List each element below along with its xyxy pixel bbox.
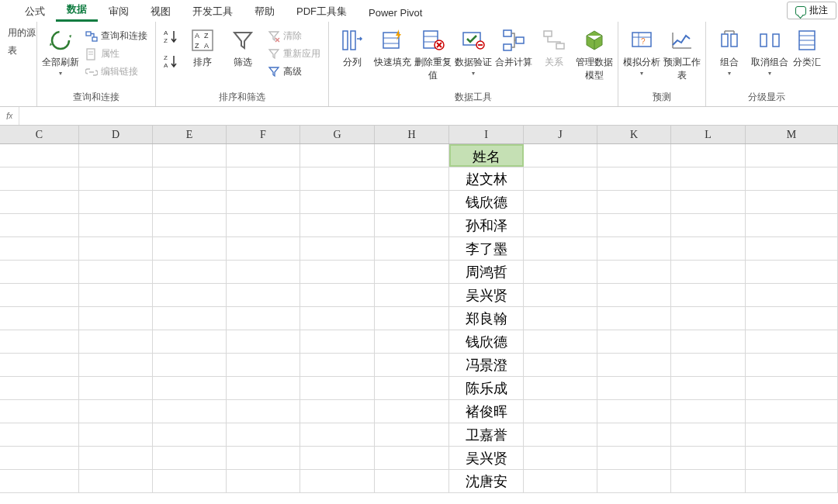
- cell[interactable]: [746, 284, 838, 306]
- cell[interactable]: [524, 423, 597, 446]
- cell[interactable]: [153, 261, 227, 283]
- cell[interactable]: [524, 354, 597, 376]
- tab-review[interactable]: 审阅: [98, 2, 140, 22]
- cell[interactable]: [746, 144, 838, 167]
- cell[interactable]: [153, 307, 227, 330]
- cell[interactable]: [375, 400, 449, 423]
- col-header[interactable]: H: [375, 126, 449, 143]
- flash-fill-button[interactable]: 快速填充: [374, 25, 411, 71]
- cell[interactable]: [0, 423, 79, 446]
- data-model-button[interactable]: 管理数据模型: [576, 25, 613, 84]
- col-header[interactable]: J: [524, 126, 597, 143]
- cell[interactable]: [300, 284, 375, 306]
- cell[interactable]: [227, 237, 300, 260]
- cell[interactable]: [671, 400, 746, 423]
- cell[interactable]: [0, 330, 79, 353]
- text-to-columns-button[interactable]: 分列: [334, 25, 371, 71]
- sort-desc-icon[interactable]: ZA: [162, 53, 179, 70]
- cell[interactable]: [671, 284, 746, 306]
- cell[interactable]: 陈乐成: [449, 377, 524, 399]
- cell[interactable]: [671, 307, 746, 330]
- cell[interactable]: [375, 144, 449, 167]
- cell[interactable]: [227, 307, 300, 330]
- cell[interactable]: [375, 191, 449, 213]
- cell[interactable]: [227, 470, 300, 492]
- cell[interactable]: [671, 330, 746, 353]
- tab-view[interactable]: 视图: [140, 2, 182, 22]
- cell[interactable]: 吴兴贤: [449, 284, 524, 306]
- cell[interactable]: [79, 377, 153, 399]
- cell[interactable]: [671, 214, 746, 236]
- cell[interactable]: [0, 237, 79, 260]
- tab-formulas[interactable]: 公式: [14, 2, 56, 22]
- cell[interactable]: [153, 214, 227, 236]
- cell[interactable]: [597, 354, 671, 376]
- cell[interactable]: [227, 191, 300, 213]
- cell[interactable]: [746, 330, 838, 353]
- group-button[interactable]: 组合 ▾: [711, 25, 748, 78]
- cell[interactable]: [300, 377, 375, 399]
- cell[interactable]: [671, 447, 746, 469]
- cell[interactable]: [0, 447, 79, 469]
- spreadsheet-grid[interactable]: C D E F G H I J K L M 姓名赵文林钱欣德孙和泽李了墨周鸿哲吴…: [0, 126, 838, 493]
- cell[interactable]: [375, 354, 449, 376]
- cell[interactable]: [227, 377, 300, 399]
- cell[interactable]: [153, 423, 227, 446]
- cell[interactable]: [227, 354, 300, 376]
- cell[interactable]: [746, 307, 838, 330]
- cell[interactable]: [300, 354, 375, 376]
- cell[interactable]: 钱欣德: [449, 191, 524, 213]
- table-button[interactable]: 表: [5, 43, 39, 59]
- cell[interactable]: [153, 237, 227, 260]
- cell[interactable]: 姓名: [449, 144, 524, 167]
- cell[interactable]: [524, 470, 597, 492]
- cell[interactable]: [746, 237, 838, 260]
- col-header[interactable]: C: [0, 126, 79, 143]
- refresh-all-button[interactable]: 全部刷新 ▾: [42, 25, 79, 78]
- cell[interactable]: [227, 423, 300, 446]
- tab-power-pivot[interactable]: Power Pivot: [358, 4, 433, 22]
- cell[interactable]: [597, 307, 671, 330]
- cell[interactable]: [524, 214, 597, 236]
- cell[interactable]: [746, 261, 838, 283]
- cell[interactable]: [746, 423, 838, 446]
- cell[interactable]: [227, 330, 300, 353]
- cell[interactable]: [375, 470, 449, 492]
- cell[interactable]: [227, 400, 300, 423]
- remove-duplicates-button[interactable]: 删除重复值: [414, 25, 452, 84]
- cell[interactable]: [79, 261, 153, 283]
- cell[interactable]: [153, 377, 227, 399]
- cell[interactable]: [746, 167, 838, 190]
- cell[interactable]: [0, 214, 79, 236]
- cell[interactable]: [0, 167, 79, 190]
- cell[interactable]: [79, 423, 153, 446]
- cell[interactable]: [671, 354, 746, 376]
- formula-input[interactable]: [19, 107, 838, 125]
- cell[interactable]: [375, 377, 449, 399]
- cell[interactable]: [79, 307, 153, 330]
- cell[interactable]: [671, 470, 746, 492]
- forecast-sheet-button[interactable]: 预测工作表: [663, 25, 701, 84]
- cell[interactable]: [375, 330, 449, 353]
- cell[interactable]: [79, 144, 153, 167]
- cell[interactable]: [375, 423, 449, 446]
- col-header[interactable]: D: [79, 126, 153, 143]
- tab-help[interactable]: 帮助: [244, 2, 286, 22]
- cell[interactable]: [746, 354, 838, 376]
- cell[interactable]: [597, 261, 671, 283]
- cell[interactable]: [597, 470, 671, 492]
- cell[interactable]: [0, 470, 79, 492]
- cell[interactable]: [0, 354, 79, 376]
- sort-asc-icon[interactable]: AZ: [162, 28, 179, 45]
- tab-pdf-tools[interactable]: PDF工具集: [286, 2, 358, 22]
- cell[interactable]: [153, 354, 227, 376]
- cell[interactable]: [79, 191, 153, 213]
- cell[interactable]: [597, 423, 671, 446]
- cell[interactable]: [597, 330, 671, 353]
- cell[interactable]: [746, 400, 838, 423]
- cell[interactable]: [79, 470, 153, 492]
- cell[interactable]: [300, 144, 375, 167]
- col-header[interactable]: F: [227, 126, 300, 143]
- cell[interactable]: [79, 237, 153, 260]
- cell[interactable]: [227, 167, 300, 190]
